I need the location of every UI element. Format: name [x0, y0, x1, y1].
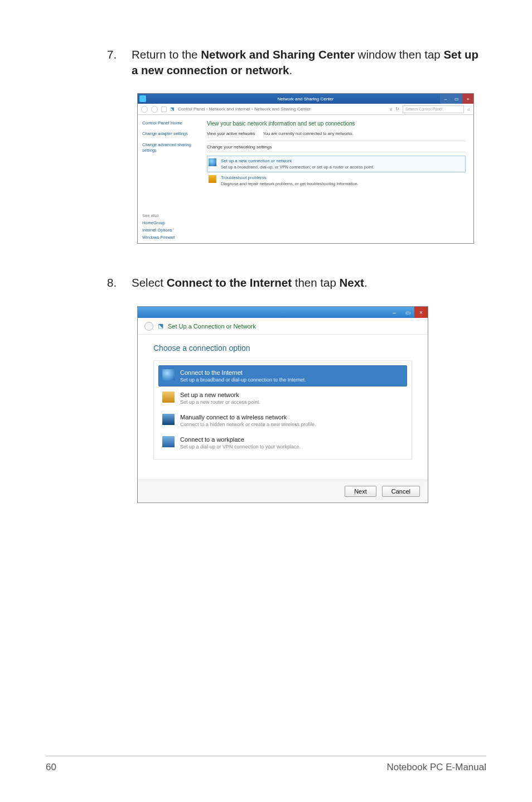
screenshot-setup-connection-wizard: – ▭ × ⬔ Set Up a Connection or Network C… — [137, 306, 428, 503]
wizard-title: Set Up a Connection or Network — [168, 323, 256, 330]
panel-heading: View your basic network information and … — [207, 120, 466, 127]
sidebar-adapter-settings[interactable]: Change adapter settings — [142, 131, 199, 137]
option-connect-workplace[interactable]: Connect to a workplace Set up a dial-up … — [158, 432, 407, 453]
up-icon[interactable] — [161, 107, 167, 112]
link-windows-firewall[interactable]: Windows Firewall — [142, 235, 175, 240]
sidebar: Control Panel Home Change adapter settin… — [138, 115, 204, 243]
close-button[interactable]: × — [414, 307, 428, 318]
option-connect-internet[interactable]: Connect to the Internet Set up a broadba… — [158, 365, 407, 386]
forward-icon[interactable] — [151, 106, 158, 113]
cancel-button[interactable]: Cancel — [382, 486, 420, 497]
back-icon[interactable] — [144, 322, 153, 331]
search-input[interactable]: Search Control Panel — [403, 105, 464, 113]
step-8-number: 8. — [46, 275, 132, 291]
globe-icon — [209, 158, 216, 166]
option-troubleshoot[interactable]: Troubleshoot problems Diagnose and repai… — [207, 172, 466, 189]
sidebar-home[interactable]: Control Panel Home — [142, 120, 199, 125]
maximize-button[interactable]: ▭ — [451, 94, 462, 104]
step-7-text: Return to the Network and Sharing Center… — [132, 47, 486, 78]
wizard-titlebar: – ▭ × — [138, 307, 428, 318]
option-setup-new-connection[interactable]: Set up a new connection or network Set u… — [207, 156, 466, 172]
option-setup-new-network[interactable]: Set up a new network Set up a new router… — [158, 388, 407, 409]
step-7: 7. Return to the Network and Sharing Cen… — [46, 47, 486, 78]
minimize-button[interactable]: – — [440, 94, 451, 104]
wizard-heading: Choose a connection option — [153, 344, 412, 352]
link-homegroup[interactable]: HomeGroup — [142, 220, 175, 225]
active-networks-msg: You are currently not connected to any n… — [263, 131, 354, 136]
close-button[interactable]: × — [462, 94, 473, 104]
footer-label: Notebook PC E-Manual — [386, 762, 486, 773]
link-internet-options[interactable]: Internet Options — [142, 228, 175, 233]
router-icon — [162, 392, 175, 403]
page-footer: 60 Notebook PC E-Manual — [46, 756, 486, 773]
minimize-button[interactable]: – — [388, 307, 401, 318]
window-titlebar: Network and Sharing Center – ▭ × — [138, 94, 473, 104]
maximize-button[interactable]: ▭ — [401, 307, 414, 318]
next-button[interactable]: Next — [345, 486, 376, 497]
building-icon — [162, 436, 175, 447]
option-manual-wireless[interactable]: Manually connect to a wireless network C… — [158, 410, 407, 431]
main-panel: View your basic network information and … — [204, 115, 473, 243]
step-7-number: 7. — [46, 47, 132, 78]
back-icon[interactable] — [141, 106, 148, 113]
app-icon — [139, 95, 146, 102]
monitor-icon — [162, 414, 175, 425]
screenshot-network-sharing-center: Network and Sharing Center – ▭ × ⬔ Contr… — [137, 93, 474, 244]
step-8-text: Select Connect to the Internet then tap … — [132, 275, 486, 291]
see-also-label: See also — [142, 213, 175, 218]
connection-options-list: Connect to the Internet Set up a broadba… — [153, 360, 412, 460]
step-8: 8. Select Connect to the Internet then t… — [46, 275, 486, 291]
breadcrumb[interactable]: Control Panel › Network and Internet › N… — [178, 107, 386, 112]
change-settings-label: Change your networking settings — [207, 144, 466, 149]
search-icon[interactable]: ⌕ — [467, 107, 470, 112]
wizard-header: ⬔ Set Up a Connection or Network — [138, 318, 428, 335]
page-number: 60 — [46, 762, 56, 773]
window-title: Network and Sharing Center — [278, 96, 334, 102]
active-networks-label: View your active networks — [207, 131, 255, 136]
address-bar: ⬔ Control Panel › Network and Internet ›… — [138, 104, 473, 115]
globe-icon — [162, 369, 175, 380]
troubleshoot-icon — [209, 175, 216, 183]
wizard-icon: ⬔ — [158, 322, 163, 330]
sidebar-advanced-sharing[interactable]: Change advanced sharing settings — [142, 142, 199, 153]
